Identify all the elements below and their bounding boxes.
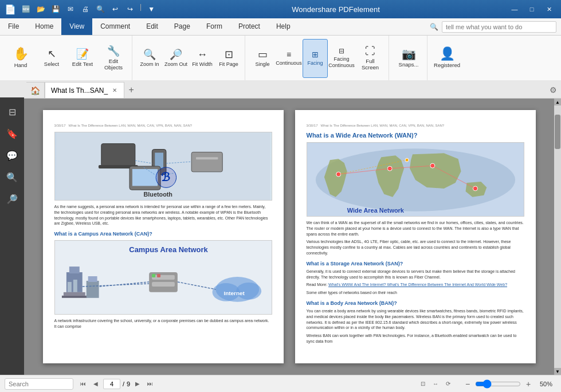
maximize-button[interactable]: □: [524, 3, 539, 15]
san-description: Generally, it is used to connect externa…: [307, 269, 524, 280]
hand-tool-button[interactable]: ✋ Hand: [6, 39, 36, 78]
wan-description-1: We can think of a WAN as the superset of…: [307, 220, 524, 237]
sidebar-find-button[interactable]: 🔎: [2, 189, 22, 209]
zoom-out-button[interactable]: 🔎 Zoom Out: [163, 39, 189, 78]
tab-item[interactable]: What Is Th...SAN_ ✕: [45, 82, 124, 98]
search-icon: 🔍: [430, 23, 438, 31]
pdf-viewport[interactable]: 3/30/17 What Is The Difference Between L…: [24, 99, 554, 375]
read-more-anchor[interactable]: What's WWW And The Internet? What's The …: [328, 283, 507, 287]
svg-text:Internet: Internet: [223, 290, 245, 296]
main-content: 3/30/17 What Is The Difference Between L…: [24, 99, 561, 375]
search-input[interactable]: [442, 21, 556, 33]
scroll-down-button[interactable]: ▼: [554, 368, 561, 375]
menu-form[interactable]: Form: [198, 18, 230, 35]
menu-help[interactable]: Help: [268, 18, 299, 35]
svg-point-43: [473, 186, 477, 191]
fit-page-status-button[interactable]: ⊡: [418, 379, 428, 389]
close-button[interactable]: ✕: [542, 3, 556, 15]
next-page-button[interactable]: ▶: [132, 379, 143, 389]
select-icon: ↖: [48, 49, 56, 59]
tab-settings-button[interactable]: ⚙: [545, 82, 561, 98]
edit-objects-button[interactable]: 🔧 Edit Objects: [99, 39, 128, 78]
sidebar-search-button[interactable]: 🔍: [2, 167, 22, 187]
open-btn[interactable]: 📂: [34, 3, 47, 15]
email-btn[interactable]: ✉: [64, 3, 77, 15]
current-page-input[interactable]: [103, 379, 120, 389]
fit-page-button[interactable]: ⊡ Fit Page: [216, 39, 241, 78]
pan-description: As the name suggests, a personal area ne…: [54, 204, 272, 226]
svg-rect-20: [67, 282, 71, 292]
select-tool-button[interactable]: ↖ Select: [37, 39, 66, 78]
scroll-bar: ▲ ▼: [554, 99, 561, 375]
first-page-button[interactable]: ⏮: [78, 379, 88, 389]
tab-add-button[interactable]: +: [124, 82, 138, 98]
zoom-in-status-button[interactable]: +: [523, 379, 533, 389]
scroll-thumb[interactable]: [555, 115, 560, 149]
fullscreen-icon: ⛶: [365, 46, 375, 56]
tab-close-icon[interactable]: ✕: [111, 86, 118, 95]
facing-view-button[interactable]: ⊞ Facing: [303, 39, 328, 78]
zoom-out-status-button[interactable]: −: [462, 379, 473, 389]
last-page-button[interactable]: ⏭: [145, 379, 155, 389]
user-button[interactable]: 👤 Registered: [432, 39, 462, 78]
wan-description-2: Various technologies like ADSL, 4G LTE, …: [307, 239, 524, 256]
svg-rect-25: [152, 275, 175, 280]
ribbon-zoom-group: 🔍 Zoom In 🔎 Zoom Out ↔ Fit Width ⊡ Fit P…: [134, 36, 245, 81]
sidebar-pages-button[interactable]: ⊟: [2, 102, 22, 121]
ban-heading: What is a Body Area Network (BAN)?: [307, 300, 524, 306]
snapshot-button[interactable]: 📷 Snaps...: [394, 39, 423, 78]
svg-rect-21: [73, 280, 77, 292]
app-title: Wondershare PDFelement: [164, 5, 507, 14]
single-view-button[interactable]: ▭ Single: [250, 39, 275, 78]
scroll-up-button[interactable]: ▲: [554, 99, 561, 105]
status-search-input[interactable]: [5, 378, 73, 390]
app-icon: 📄: [5, 4, 16, 15]
prev-page-button[interactable]: ◀: [91, 379, 101, 389]
svg-rect-28: [157, 274, 160, 277]
minimize-button[interactable]: —: [507, 3, 522, 15]
continuous-view-button[interactable]: ≡ Continuous: [276, 39, 301, 78]
edit-text-button[interactable]: 📝 Edit Text: [68, 39, 97, 78]
undo-btn[interactable]: ↩: [109, 3, 121, 15]
zoom-level: 50%: [536, 381, 556, 387]
rotate-button[interactable]: ⟳: [443, 379, 453, 389]
total-pages: 9: [127, 381, 130, 387]
menu-page[interactable]: Page: [166, 18, 198, 35]
properties-btn[interactable]: 🔍: [94, 3, 107, 15]
svg-rect-1: [101, 144, 135, 166]
menu-edit[interactable]: Edit: [138, 18, 166, 35]
single-view-icon: ▭: [258, 49, 268, 60]
sidebar-bookmarks-button[interactable]: 🔖: [2, 124, 22, 143]
other-types: Some other types of networks based on th…: [307, 290, 524, 296]
sidebar-left: ⊟ 🔖 💬 🔍 🔎 ◀: [0, 97, 24, 375]
print-btn[interactable]: 🖨: [79, 3, 92, 15]
ribbon-user-group: 👤 Registered: [429, 36, 465, 81]
navigation-controls: ⏮ ◀ / 9 ▶ ⏭: [78, 379, 155, 389]
menu-home[interactable]: Home: [27, 18, 61, 35]
new-btn[interactable]: 🆕: [19, 3, 32, 15]
ban-description-1: You can create a body area network by us…: [307, 308, 524, 331]
wan-heading: What is a Wide Area Network (WAN)?: [307, 132, 524, 139]
more-btn[interactable]: ▼: [145, 3, 158, 15]
menu-file[interactable]: File: [0, 18, 27, 35]
save-btn[interactable]: 💾: [49, 3, 62, 15]
svg-text:Campus Area Network: Campus Area Network: [129, 245, 208, 254]
hand-icon: ✋: [13, 48, 29, 60]
zoom-in-button[interactable]: 🔍 Zoom In: [137, 39, 162, 78]
pdf-page-left: 3/30/17 What Is The Difference Between L…: [43, 110, 284, 363]
fullscreen-button[interactable]: ⛶ Full Screen: [355, 39, 385, 78]
svg-text:ℬ: ℬ: [161, 171, 170, 183]
facing-continuous-button[interactable]: ⊟ FacingContinuous: [329, 39, 354, 78]
zoom-slider[interactable]: [475, 379, 521, 389]
menu-bar: File Home View Comment Edit Page Form Pr…: [0, 18, 561, 36]
home-tab-button[interactable]: 🏠: [26, 82, 45, 98]
edit-objects-icon: 🔧: [107, 46, 120, 56]
menu-protect[interactable]: Protect: [230, 18, 268, 35]
menu-view[interactable]: View: [61, 18, 92, 35]
sidebar-comments-button[interactable]: 💬: [2, 146, 22, 165]
menu-comment[interactable]: Comment: [92, 18, 138, 35]
fit-width-button[interactable]: ↔ Fit Width: [190, 39, 215, 78]
fit-width-status-button[interactable]: ↔: [430, 379, 441, 389]
ribbon-view-mode-group: ▭ Single ≡ Continuous ⊞ Facing ⊟ FacingC…: [246, 36, 389, 81]
redo-btn[interactable]: ↪: [124, 3, 136, 15]
